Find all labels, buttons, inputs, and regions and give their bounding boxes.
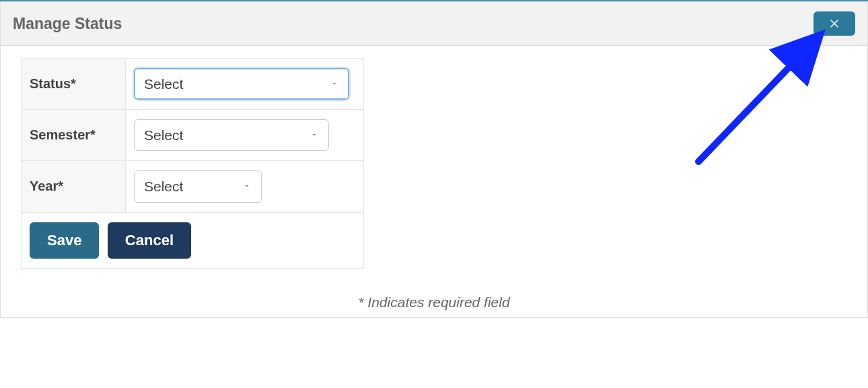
form-table: Status* Select Semester* (21, 58, 364, 269)
label-semester: Semester* (22, 110, 126, 161)
close-button[interactable] (813, 11, 855, 36)
semester-select[interactable]: Select (134, 119, 329, 151)
label-status: Status* (22, 59, 126, 110)
label-year: Year* (22, 161, 126, 212)
manage-status-panel: Manage Status Status* Select (0, 1, 868, 318)
form-row-year: Year* Select (22, 161, 364, 212)
close-icon (828, 17, 840, 31)
panel-title: Manage Status (13, 15, 122, 33)
button-row: Save Cancel (22, 212, 364, 268)
panel-header: Manage Status (1, 2, 867, 46)
form-row-semester: Semester* Select (22, 110, 364, 161)
cancel-button[interactable]: Cancel (108, 222, 191, 259)
year-select-value: Select (144, 179, 183, 194)
status-select-wrap: Select (134, 68, 349, 100)
save-button[interactable]: Save (30, 222, 99, 259)
year-select-wrap: Select (134, 170, 262, 202)
semester-select-value: Select (144, 127, 183, 143)
semester-select-wrap: Select (134, 119, 329, 151)
form-row-status: Status* Select (22, 59, 364, 110)
status-select-value: Select (144, 76, 183, 92)
panel-body: Status* Select Semester* (1, 46, 867, 317)
status-select[interactable]: Select (134, 68, 349, 100)
required-field-note: * Indicates required field (21, 294, 847, 311)
year-select[interactable]: Select (134, 170, 262, 202)
